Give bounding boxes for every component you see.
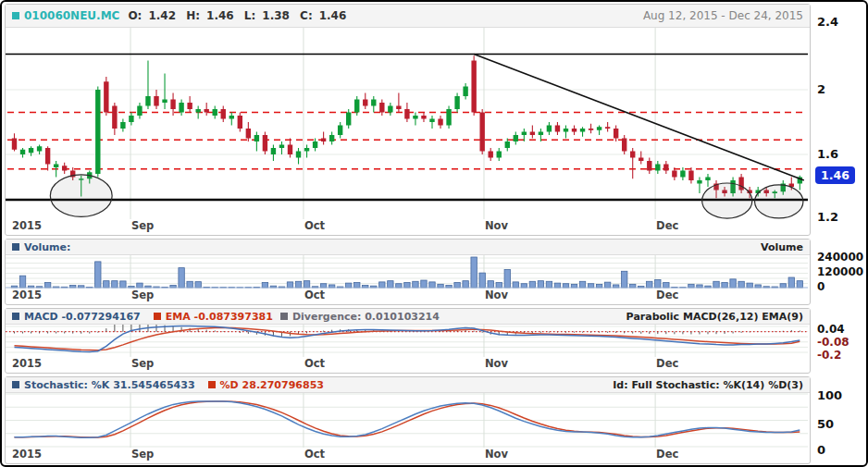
date-range-label: Aug 12, 2015 - Dec 24, 2015 xyxy=(643,9,803,22)
month-label: Oct xyxy=(304,289,325,301)
stoch-tick-100: 100 xyxy=(817,388,842,402)
open-label: O: xyxy=(128,9,142,22)
month-label: Dec xyxy=(656,357,678,370)
high-value: 1.46 xyxy=(206,9,234,22)
month-label: Nov xyxy=(485,219,508,232)
open-value: 1.42 xyxy=(148,9,176,22)
volume-panel-header: Volume: Volume xyxy=(6,240,810,255)
year-label: 2015 xyxy=(12,448,42,461)
volume-right-title: Volume xyxy=(761,241,803,253)
month-label: Sep xyxy=(131,219,154,232)
stochastic-panel: Stochastic: %K 31.545465433 %D 28.270796… xyxy=(5,376,811,464)
macd-tick-neg1: -0.08 xyxy=(817,336,849,349)
month-label: Sep xyxy=(131,289,154,301)
divergence-value-label: Divergence: 0.010103214 xyxy=(292,311,440,323)
price-x-axis: 2015SepOctNovDec xyxy=(6,219,810,233)
stoch-k-value-label: Stochastic: %K 31.545465433 xyxy=(24,379,195,391)
volume-x-axis: 2015SepOctNovDec xyxy=(6,289,810,302)
volume-tick-0: 0 xyxy=(817,280,825,293)
macd-value-label: MACD -0.077294167 xyxy=(24,311,141,323)
close-value: 1.46 xyxy=(319,9,347,22)
price-tick-2: 2 xyxy=(817,82,825,96)
highlight-ellipses xyxy=(50,175,803,218)
stoch-k-marker-icon xyxy=(12,381,19,388)
last-price-badge: 1.46 xyxy=(815,166,855,184)
stoch-right-title: Id: Full Stochastic: %K(14) %D(3) xyxy=(613,379,803,391)
stoch-tick-0: 0 xyxy=(817,443,825,457)
month-label: Oct xyxy=(304,357,325,370)
volume-chart[interactable] xyxy=(6,255,808,289)
month-label: Oct xyxy=(304,219,325,232)
macd-right-title: Parabolic MACD(26,12) EMA(9) xyxy=(626,311,803,323)
series-marker-icon xyxy=(12,12,19,19)
right-axis-column: 2.4 2 1.6 1.46 1.2 240000 120000 0 0.04 … xyxy=(815,2,864,465)
divergence-marker-icon xyxy=(280,313,288,320)
year-label: 2015 xyxy=(12,289,42,301)
stoch-tick-50: 50 xyxy=(817,417,834,431)
volume-label: Volume: xyxy=(24,241,70,253)
month-label: Dec xyxy=(656,219,678,232)
ema-marker-icon xyxy=(154,313,161,320)
price-tick-1_2: 1.2 xyxy=(817,210,838,224)
macd-panel: MACD -0.077294167 EMA -0.087397381 Diver… xyxy=(5,308,811,374)
month-label: Sep xyxy=(131,357,154,370)
month-label: Nov xyxy=(485,289,508,301)
macd-tick-pos: 0.04 xyxy=(817,323,845,336)
macd-tick-neg2: -0.2 xyxy=(817,349,841,362)
ohlc-readout: O:1.42 H:1.46 L:1.38 C:1.46 xyxy=(128,9,353,22)
price-panel-header: 010060NEU.MC O:1.42 H:1.46 L:1.38 C:1.46… xyxy=(6,5,810,28)
stochastic-chart[interactable] xyxy=(6,393,808,448)
month-label: Oct xyxy=(304,448,325,461)
stoch-gridlines xyxy=(6,393,808,448)
volume-tick-240000: 240000 xyxy=(817,251,863,264)
year-label: 2015 xyxy=(12,357,42,370)
close-label: C: xyxy=(300,9,313,22)
month-label: Dec xyxy=(656,289,678,301)
macd-x-axis: 2015SepOctNovDec xyxy=(6,357,810,371)
volume-tick-120000: 120000 xyxy=(817,265,863,278)
month-label: Nov xyxy=(485,448,508,461)
macd-chart[interactable] xyxy=(6,325,808,357)
low-label: L: xyxy=(244,9,255,22)
month-label: Nov xyxy=(485,357,508,370)
stoch-d-marker-icon xyxy=(208,381,216,388)
ema-value-label: EMA -0.087397381 xyxy=(166,311,273,323)
price-gridlines xyxy=(6,28,808,219)
price-tick-2_4: 2.4 xyxy=(817,15,838,29)
chart-frame: 010060NEU.MC O:1.42 H:1.46 L:1.38 C:1.46… xyxy=(0,0,868,467)
low-value: 1.38 xyxy=(262,9,290,22)
high-label: H: xyxy=(186,9,200,22)
stochastic-panel-header: Stochastic: %K 31.545465433 %D 28.270796… xyxy=(6,377,810,393)
volume-marker-icon xyxy=(12,243,19,251)
macd-marker-icon xyxy=(12,313,19,320)
price-panel: 010060NEU.MC O:1.42 H:1.46 L:1.38 C:1.46… xyxy=(5,4,811,236)
stoch-d-value-label: %D 28.270796853 xyxy=(220,379,324,391)
year-label: 2015 xyxy=(12,219,42,232)
downtrend-line xyxy=(474,55,804,181)
volume-panel: Volume: Volume 2015SepOctNovDec xyxy=(5,239,811,305)
price-chart[interactable] xyxy=(6,28,808,219)
macd-panel-header: MACD -0.077294167 EMA -0.087397381 Diver… xyxy=(6,309,810,325)
stochastic-x-axis: 2015SepOctNovDec xyxy=(6,448,810,461)
month-label: Sep xyxy=(131,448,154,461)
month-label: Dec xyxy=(656,448,678,461)
price-tick-1_6: 1.6 xyxy=(817,147,838,161)
symbol-label: 010060NEU.MC xyxy=(24,9,119,22)
macd-line xyxy=(15,326,800,352)
